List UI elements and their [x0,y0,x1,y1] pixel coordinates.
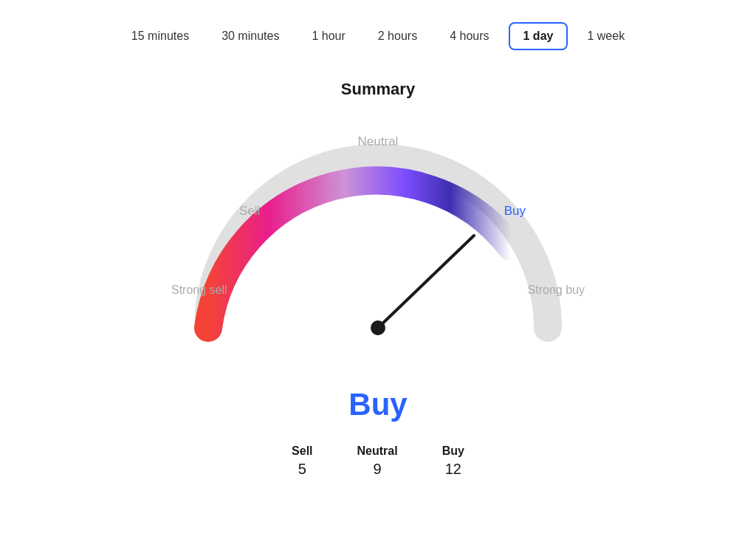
main-container: 15 minutes30 minutes1 hour2 hours4 hours… [0,0,756,492]
stat-sell: Sell5 [292,445,312,478]
stat-label-sell: Sell [292,445,312,458]
svg-line-0 [378,236,474,328]
reading-label: Buy [348,387,407,422]
label-sell: Sell [239,204,260,219]
stat-value-sell: 5 [298,461,306,478]
stats-row: Sell5Neutral9Buy12 [292,445,464,478]
time-btn-30min[interactable]: 30 minutes [208,24,292,49]
label-strong-sell: Strong sell [171,284,227,297]
time-btn-1h[interactable]: 1 hour [298,24,358,49]
time-btn-4h[interactable]: 4 hours [436,24,502,49]
stat-value-buy: 12 [445,461,461,478]
stat-label-buy: Buy [442,445,464,458]
stat-buy: Buy12 [442,445,464,478]
time-btn-15min[interactable]: 15 minutes [118,24,202,49]
svg-point-1 [371,320,385,335]
gauge-wrapper: Neutral Sell Buy Strong sell Strong buy [157,121,599,372]
time-btn-2h[interactable]: 2 hours [365,24,430,49]
time-period-selector: 15 minutes30 minutes1 hour2 hours4 hours… [30,15,726,72]
label-buy: Buy [504,204,526,219]
stat-value-neutral: 9 [374,461,382,478]
gauge-svg [157,121,599,350]
time-btn-1w[interactable]: 1 week [574,24,638,49]
time-btn-1d[interactable]: 1 day [509,22,568,50]
stat-neutral: Neutral9 [357,445,398,478]
label-strong-buy: Strong buy [528,284,585,297]
label-neutral: Neutral [358,134,399,149]
summary-title: Summary [341,80,415,99]
summary-section: Summary [30,80,726,478]
stat-label-neutral: Neutral [357,445,398,458]
